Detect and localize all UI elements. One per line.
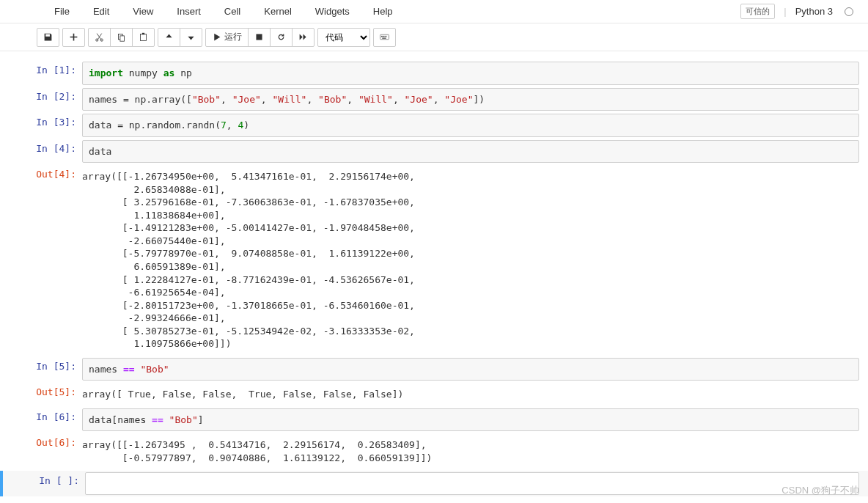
input-prompt: In [3]: — [9, 114, 82, 137]
code-cell[interactable]: In [4]:data — [0, 139, 868, 165]
output-prompt: Out[6]: — [9, 434, 82, 469]
cell-body: import numpy as np — [82, 62, 859, 85]
code-input[interactable]: import numpy as np — [82, 62, 859, 85]
input-prompt: In [4]: — [9, 140, 82, 164]
kernel-name[interactable]: Python 3 — [795, 6, 833, 17]
output-row: Out[5]:array([ True, False, False, True,… — [0, 382, 868, 407]
cell-type-select[interactable]: 代码 — [317, 28, 370, 47]
run-button[interactable]: 运行 — [205, 28, 249, 47]
svg-rect-4 — [140, 34, 146, 40]
menubar-left: FileEditViewInsertCellKernelWidgetsHelp — [6, 0, 405, 23]
code-input[interactable]: data[names == "Bob"] — [82, 408, 859, 432]
code-input[interactable]: data = np.random.randn(7, 4) — [82, 114, 859, 137]
menu-item-cell[interactable]: Cell — [213, 0, 252, 23]
kernel-indicator-icon — [845, 7, 853, 16]
run-group: 运行 — [205, 28, 315, 47]
output-text: array([ True, False, False, True, False,… — [82, 383, 859, 405]
copy-button[interactable] — [110, 28, 133, 47]
svg-rect-8 — [381, 36, 383, 37]
output-prompt: Out[5]: — [9, 383, 82, 405]
add-cell-button[interactable] — [62, 28, 85, 47]
interrupt-button[interactable] — [248, 28, 271, 47]
cut-button[interactable] — [88, 28, 111, 47]
restart-run-all-button[interactable] — [292, 28, 315, 47]
output-text: array([[-1.2673495 , 0.54134716, 2.29156… — [82, 434, 859, 469]
menubar-right: 可信的 | Python 3 — [740, 4, 862, 19]
toolbar: 运行 代码 — [0, 23, 868, 51]
svg-rect-9 — [383, 36, 385, 37]
output-text: array([[-1.26734950e+00, 5.41347161e-01,… — [82, 166, 859, 355]
cell-body — [85, 472, 859, 496]
svg-rect-3 — [120, 36, 125, 41]
cell-body: data[names == "Bob"] — [82, 408, 859, 432]
code-cell[interactable]: In [2]:names = np.array(["Bob", "Joe", "… — [0, 87, 868, 113]
menu-item-view[interactable]: View — [121, 0, 165, 23]
menu-item-insert[interactable]: Insert — [165, 0, 213, 23]
paste-button[interactable] — [132, 28, 155, 47]
cell-body: names = np.array(["Bob", "Joe", "Will", … — [82, 88, 859, 111]
svg-rect-5 — [142, 33, 144, 34]
cell-body: data — [82, 140, 859, 164]
svg-point-1 — [100, 39, 103, 41]
menu-item-kernel[interactable]: Kernel — [252, 0, 304, 23]
code-cell[interactable]: In [3]:data = np.random.randn(7, 4) — [0, 112, 868, 139]
menu-item-widgets[interactable]: Widgets — [304, 0, 361, 23]
menu-item-edit[interactable]: Edit — [81, 0, 121, 23]
code-input[interactable]: data — [82, 140, 859, 164]
code-cell[interactable]: In [5]:names == "Bob" — [0, 356, 868, 383]
input-prompt: In [ ]: — [12, 472, 85, 496]
code-input[interactable]: names = np.array(["Bob", "Joe", "Will", … — [82, 88, 859, 111]
input-prompt: In [2]: — [9, 88, 82, 111]
code-cell[interactable]: In [6]:data[names == "Bob"] — [0, 407, 868, 433]
run-label: 运行 — [224, 31, 242, 43]
code-input[interactable] — [85, 472, 859, 496]
edit-group — [88, 28, 155, 47]
output-row: Out[6]:array([[-1.2673495 , 0.54134716, … — [0, 433, 868, 470]
move-down-button[interactable] — [180, 28, 202, 47]
code-cell[interactable]: In [ ]: — [0, 471, 868, 497]
input-prompt: In [5]: — [9, 358, 82, 381]
svg-rect-11 — [382, 38, 386, 39]
command-palette-button[interactable] — [373, 28, 396, 47]
svg-point-0 — [96, 39, 98, 41]
input-prompt: In [1]: — [9, 62, 82, 85]
menubar: FileEditViewInsertCellKernelWidgetsHelp … — [0, 0, 868, 23]
notebook-container: In [1]:import numpy as npIn [2]:names = … — [0, 51, 868, 503]
cell-body: names == "Bob" — [82, 358, 859, 381]
cell-body: data = np.random.randn(7, 4) — [82, 114, 859, 137]
input-prompt: In [6]: — [9, 408, 82, 432]
save-button[interactable] — [37, 28, 59, 47]
kernel-divider: | — [784, 6, 786, 17]
code-cell[interactable]: In [1]:import numpy as np — [0, 60, 868, 87]
move-up-button[interactable] — [158, 28, 180, 47]
svg-rect-6 — [256, 34, 262, 40]
output-prompt: Out[4]: — [9, 166, 82, 355]
menu-item-file[interactable]: File — [43, 0, 81, 23]
menu-item-help[interactable]: Help — [361, 0, 405, 23]
code-input[interactable]: names == "Bob" — [82, 358, 859, 381]
trusted-badge[interactable]: 可信的 — [740, 4, 775, 19]
output-row: Out[4]:array([[-1.26734950e+00, 5.413471… — [0, 164, 868, 356]
restart-button[interactable] — [270, 28, 293, 47]
move-group — [158, 28, 202, 47]
svg-rect-10 — [386, 36, 387, 37]
